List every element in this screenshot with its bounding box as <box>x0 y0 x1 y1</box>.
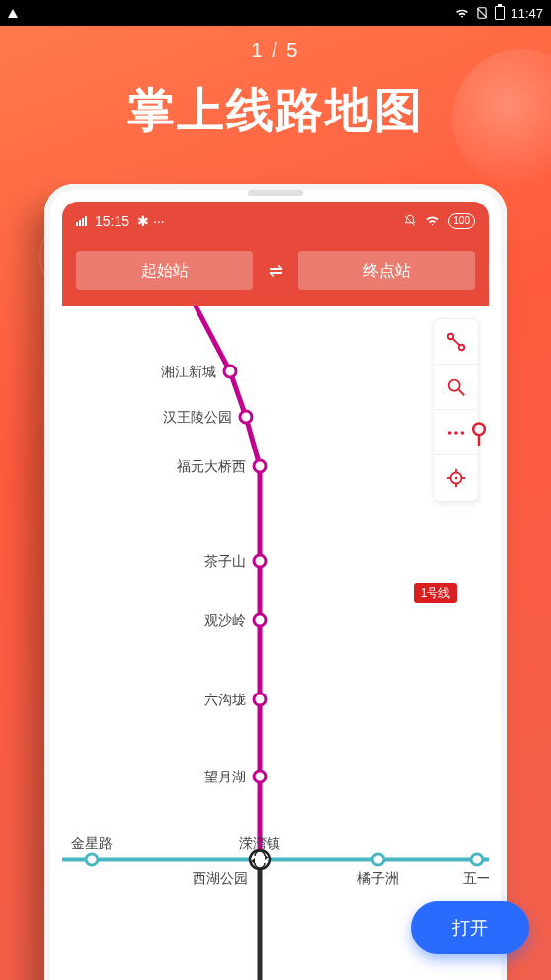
phone-screen: 15:15 ✱ ··· 100 起始站 ⇌ 终点站 <box>62 202 489 980</box>
device-clock: 11:47 <box>511 6 543 21</box>
svg-point-39 <box>455 477 458 480</box>
svg-text:湘江新城: 湘江新城 <box>161 364 216 379</box>
svg-point-35 <box>448 431 452 435</box>
svg-point-3 <box>224 366 236 377</box>
swap-button[interactable]: ⇌ <box>263 260 288 282</box>
battery-level: 100 <box>448 213 475 229</box>
svg-text:观沙岭: 观沙岭 <box>204 612 246 628</box>
svg-point-13 <box>254 694 266 705</box>
station[interactable]: 福元大桥西 <box>177 458 266 474</box>
metro-map[interactable]: 湘江新城 汉王陵公园 福元大桥西 茶子山 观沙岭 六沟垅 望月湖 金星路 <box>62 306 489 980</box>
speaker-notch <box>248 190 303 196</box>
battery-icon <box>495 6 505 20</box>
svg-text:六沟垅: 六沟垅 <box>204 692 246 707</box>
svg-point-26 <box>471 854 483 865</box>
station[interactable]: 汉王陵公园 <box>163 409 252 425</box>
app-promo-screen: 11:47 1 / 5 掌上线路地图 15:15 ✱ ··· 100 起始站 <box>0 0 551 980</box>
headline: 掌上线路地图 <box>0 79 551 142</box>
svg-point-44 <box>473 424 485 436</box>
svg-line-32 <box>452 338 459 345</box>
svg-text:1号线: 1号线 <box>421 586 451 600</box>
location-pin-icon <box>469 421 489 450</box>
phone-mockup: 15:15 ✱ ··· 100 起始站 ⇌ 终点站 <box>44 184 507 980</box>
open-button[interactable]: 打开 <box>411 901 529 954</box>
metro-svg: 湘江新城 汉王陵公园 福元大桥西 茶子山 观沙岭 六沟垅 望月湖 金星路 <box>62 306 489 980</box>
locate-tool[interactable] <box>434 455 478 501</box>
map-toolbox <box>433 318 479 502</box>
svg-text:汉王陵公园: 汉王陵公园 <box>163 409 232 425</box>
svg-text:五一: 五一 <box>463 870 489 886</box>
svg-point-7 <box>254 460 266 472</box>
svg-text:茶子山: 茶子山 <box>204 553 246 569</box>
svg-text:溁湾镇: 溁湾镇 <box>239 835 280 851</box>
line-badge[interactable]: 1号线 <box>414 583 457 603</box>
status-extra: ✱ ··· <box>137 213 165 229</box>
svg-point-11 <box>254 614 266 626</box>
end-station-button[interactable]: 终点站 <box>298 251 475 290</box>
route-search-bar: 起始站 ⇌ 终点站 <box>62 241 489 306</box>
svg-line-1 <box>478 8 487 17</box>
svg-text:西湖公园: 西湖公园 <box>193 870 248 886</box>
search-tool[interactable] <box>434 365 478 410</box>
svg-text:金星路: 金星路 <box>71 835 113 851</box>
station[interactable]: 望月湖 <box>204 769 266 784</box>
svg-point-33 <box>449 379 460 390</box>
station[interactable]: 观沙岭 <box>204 612 266 628</box>
no-sim-icon <box>475 6 489 20</box>
route-tool[interactable] <box>434 319 478 365</box>
search-icon <box>445 376 467 398</box>
wifi-icon <box>455 6 469 20</box>
svg-point-19 <box>250 850 270 869</box>
start-station-button[interactable]: 起始站 <box>76 251 253 290</box>
svg-point-5 <box>240 411 252 423</box>
app-clock: 15:15 <box>95 213 129 229</box>
route-icon <box>445 331 467 353</box>
svg-point-24 <box>372 854 384 865</box>
station[interactable]: 六沟垅 <box>204 692 266 707</box>
svg-point-15 <box>254 771 266 782</box>
wifi-icon <box>425 215 440 227</box>
svg-text:橘子洲: 橘子洲 <box>357 870 399 886</box>
svg-point-37 <box>461 431 465 435</box>
svg-text:福元大桥西: 福元大桥西 <box>177 458 246 474</box>
svg-point-9 <box>254 555 266 567</box>
svg-point-17 <box>86 854 98 865</box>
locate-icon <box>445 467 467 489</box>
page-indicator: 1 / 5 <box>0 40 551 62</box>
svg-point-36 <box>454 431 458 435</box>
signal-icon <box>76 216 87 226</box>
device-status-bar: 11:47 <box>0 0 551 26</box>
station[interactable]: 茶子山 <box>204 553 266 569</box>
app-status-bar: 15:15 ✱ ··· 100 <box>62 202 489 241</box>
debug-icon <box>8 9 18 18</box>
mute-icon <box>403 214 417 228</box>
svg-line-34 <box>459 389 465 395</box>
more-icon <box>445 422 467 444</box>
svg-text:望月湖: 望月湖 <box>204 769 246 784</box>
